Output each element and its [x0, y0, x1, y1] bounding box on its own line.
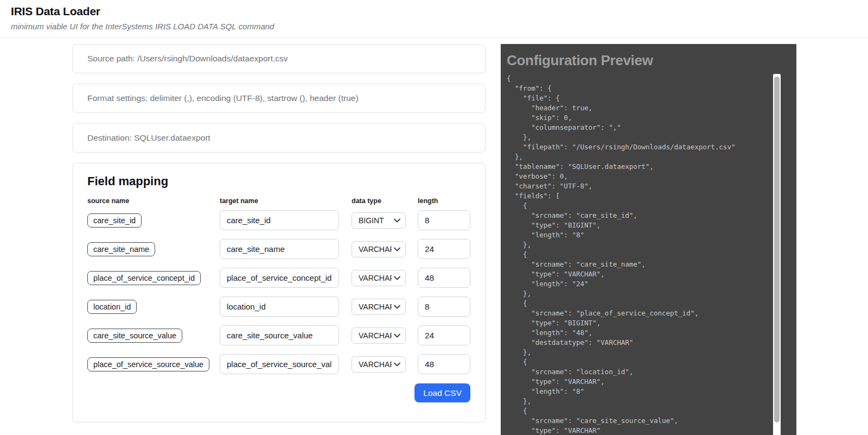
source-field-chip[interactable]: care_site_id [87, 213, 142, 228]
chevron-down-icon [394, 362, 400, 367]
data-type-select[interactable]: BIGINT [352, 212, 406, 229]
column-header-data-type: data type [352, 197, 418, 205]
column-header-length: length [418, 197, 471, 205]
format-settings-text: Format settings: delimiter (,), encoding… [87, 93, 359, 103]
target-name-input[interactable] [220, 325, 339, 345]
data-type-value: VARCHAR [359, 331, 392, 340]
app-header: IRIS Data Loader minimum viable UI for t… [0, 0, 868, 31]
field-mapping-row: place_of_service_source_value VARCHAR [87, 354, 470, 374]
data-type-select[interactable]: VARCHAR [352, 270, 406, 286]
field-mapping-column-headers: source name target name data type length [87, 197, 470, 205]
length-input[interactable] [418, 239, 470, 259]
source-field-chip[interactable]: care_site_name [87, 242, 155, 256]
chevron-down-icon [394, 276, 400, 280]
field-mapping-title: Field mapping [87, 174, 470, 188]
data-type-select[interactable]: VARCHAR [352, 356, 406, 373]
data-type-value: VARCHAR [359, 360, 392, 369]
header-divider [0, 37, 868, 38]
data-type-value: VARCHAR [359, 274, 392, 282]
source-field-chip[interactable]: place_of_service_concept_id [87, 271, 201, 285]
configuration-preview-title: Configuration Preview [507, 51, 790, 70]
source-path-card[interactable]: Source path: /Users/rsingh/Downloads/dat… [72, 44, 486, 73]
chevron-down-icon [394, 218, 400, 223]
main-layout: Source path: /Users/rsingh/Downloads/dat… [72, 44, 796, 435]
loader-form: Source path: /Users/rsingh/Downloads/dat… [72, 44, 486, 423]
field-mapping-card: Field mapping source name target name da… [72, 163, 486, 423]
preview-scrollbar-thumb[interactable] [774, 77, 780, 423]
length-input[interactable] [418, 325, 470, 345]
destination-text: Destination: SQLUser.dataexport [87, 133, 210, 143]
data-type-select[interactable]: VARCHAR [352, 327, 406, 344]
target-name-input[interactable] [220, 268, 339, 288]
data-type-value: VARCHAR [359, 245, 392, 254]
field-mapping-row: care_site_id BIGINT [87, 210, 470, 230]
target-name-input[interactable] [220, 297, 339, 317]
length-input[interactable] [418, 297, 470, 317]
source-field-chip[interactable]: care_site_source_value [87, 329, 182, 343]
preview-scrollbar-track[interactable] [773, 74, 781, 435]
field-mapping-row: place_of_service_concept_id VARCHAR [87, 268, 470, 288]
load-csv-button[interactable]: Load CSV [414, 383, 470, 402]
data-type-select[interactable]: VARCHAR [352, 241, 406, 257]
column-header-target-name: target name [220, 197, 352, 205]
chevron-down-icon [394, 333, 400, 338]
length-input[interactable] [418, 354, 470, 374]
target-name-input[interactable] [220, 210, 339, 230]
data-type-value: BIGINT [359, 216, 392, 225]
source-field-chip[interactable]: location_id [87, 300, 137, 314]
data-type-value: VARCHAR [359, 302, 392, 311]
data-type-select[interactable]: VARCHAR [352, 299, 406, 315]
field-mapping-row: location_id VARCHAR [87, 297, 470, 317]
length-input[interactable] [418, 210, 470, 230]
target-name-input[interactable] [220, 239, 339, 259]
page-title: IRIS Data Loader [11, 4, 857, 18]
page-subtitle: minimum viable UI for the InterSystems I… [11, 21, 857, 31]
field-mapping-row: care_site_name VARCHAR [87, 239, 470, 259]
configuration-preview-code: { "from": { "file": { "header": true, "s… [507, 74, 790, 435]
chevron-down-icon [394, 305, 400, 309]
length-input[interactable] [418, 268, 470, 288]
chevron-down-icon [394, 247, 400, 251]
load-button-row: Load CSV [87, 383, 470, 402]
configuration-preview-panel: Configuration Preview { "from": { "file"… [501, 44, 796, 435]
field-mapping-row: care_site_source_value VARCHAR [87, 325, 470, 345]
column-header-source-name: source name [87, 197, 220, 205]
source-field-chip[interactable]: place_of_service_source_value [87, 357, 209, 371]
destination-card[interactable]: Destination: SQLUser.dataexport [72, 123, 486, 153]
source-path-text: Source path: /Users/rsingh/Downloads/dat… [87, 54, 288, 64]
target-name-input[interactable] [220, 354, 339, 374]
format-settings-card[interactable]: Format settings: delimiter (,), encoding… [72, 84, 486, 113]
